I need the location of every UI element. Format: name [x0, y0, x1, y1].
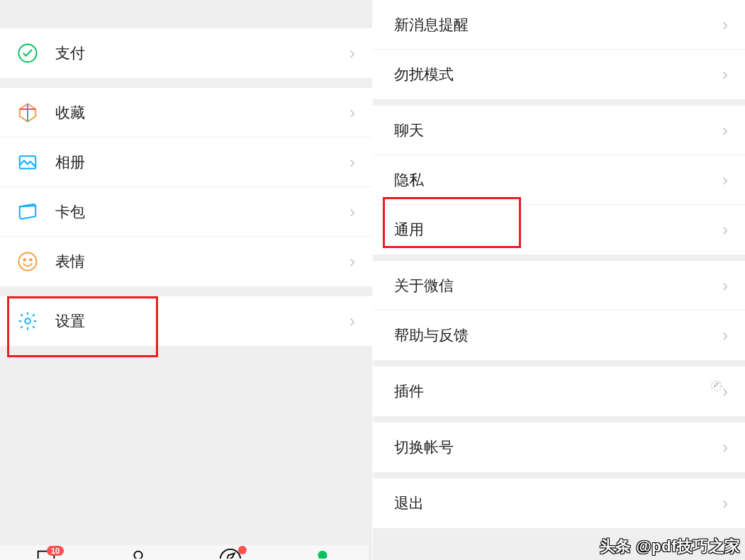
stickers-icon [17, 251, 38, 272]
general-row[interactable]: 通用 › [373, 205, 745, 254]
chevron-right-icon: › [349, 252, 355, 271]
nav-me[interactable] [310, 547, 335, 559]
photos-icon [17, 152, 38, 173]
chevron-right-icon: › [349, 43, 355, 63]
stickers-row[interactable]: 表情 › [0, 237, 372, 286]
logout-label: 退出 [394, 493, 722, 513]
cards-icon [17, 201, 38, 223]
new-message-row[interactable]: 新消息提醒 › [373, 0, 745, 50]
plugins-label: 插件 [394, 381, 706, 401]
help-label: 帮助与反馈 [394, 325, 722, 345]
chevron-right-icon: › [349, 152, 355, 172]
chevron-right-icon: › [349, 202, 355, 222]
settings-icon [17, 310, 38, 332]
svg-point-8 [318, 551, 326, 558]
chevron-right-icon: › [349, 311, 355, 331]
new-message-label: 新消息提醒 [394, 15, 722, 35]
privacy-row[interactable]: 隐私 › [373, 155, 745, 205]
photos-row[interactable]: 相册 › [0, 138, 372, 187]
pay-icon [17, 43, 38, 64]
help-row[interactable]: 帮助与反馈 › [373, 310, 745, 360]
bottom-nav: 10 [0, 544, 369, 560]
pay-row[interactable]: 支付 › [0, 28, 372, 78]
left-panel: 支付 › 收藏 › 相册 › 卡包 › [0, 0, 373, 560]
chevron-right-icon: › [722, 121, 728, 140]
nav-dot [238, 546, 247, 554]
settings-row[interactable]: 设置 › [0, 296, 372, 346]
svg-point-7 [220, 549, 240, 558]
favorites-row[interactable]: 收藏 › [0, 88, 372, 138]
svg-point-6 [134, 551, 142, 558]
chevron-right-icon: › [722, 493, 728, 513]
pay-label: 支付 [55, 43, 349, 63]
svg-point-2 [19, 253, 37, 271]
chevron-right-icon: › [722, 220, 728, 240]
chevron-right-icon: › [722, 325, 728, 345]
chevron-right-icon: › [349, 103, 355, 123]
settings-label: 设置 [55, 311, 349, 331]
photos-label: 相册 [55, 152, 349, 172]
favorites-icon [17, 102, 38, 123]
nav-badge: 10 [47, 546, 64, 556]
chevron-right-icon: › [722, 276, 728, 296]
logout-row[interactable]: 退出 › [373, 478, 745, 528]
plugins-row[interactable]: 插件 › [373, 366, 745, 416]
cards-label: 卡包 [55, 202, 349, 222]
switch-account-label: 切换帐号 [394, 437, 722, 457]
svg-point-3 [23, 259, 26, 261]
chevron-right-icon: › [722, 65, 728, 84]
general-label: 通用 [394, 220, 722, 240]
compass-icon [710, 380, 722, 395]
chevron-right-icon: › [722, 381, 728, 401]
chevron-right-icon: › [722, 437, 728, 457]
favorites-label: 收藏 [55, 103, 349, 123]
stickers-label: 表情 [55, 252, 349, 271]
chat-label: 聊天 [394, 121, 722, 140]
nav-discover[interactable] [218, 547, 242, 559]
nav-chat[interactable]: 10 [34, 547, 58, 559]
about-label: 关于微信 [394, 276, 722, 296]
right-panel: 新消息提醒 › 勿扰模式 › 聊天 › 隐私 › 通用 › 关于微信 › 帮助与… [373, 0, 745, 560]
svg-point-4 [30, 259, 32, 261]
chevron-right-icon: › [722, 170, 728, 190]
chevron-right-icon: › [722, 15, 728, 35]
chat-row[interactable]: 聊天 › [373, 106, 745, 155]
dnd-label: 勿扰模式 [394, 65, 722, 84]
svg-point-5 [25, 318, 30, 324]
about-row[interactable]: 关于微信 › [373, 261, 745, 310]
switch-account-row[interactable]: 切换帐号 › [373, 422, 745, 472]
cards-row[interactable]: 卡包 › [0, 187, 372, 237]
watermark: 头条 @pdf技巧之家 [600, 536, 741, 557]
nav-contacts[interactable] [126, 547, 150, 559]
privacy-label: 隐私 [394, 170, 722, 190]
dnd-row[interactable]: 勿扰模式 › [373, 50, 745, 99]
